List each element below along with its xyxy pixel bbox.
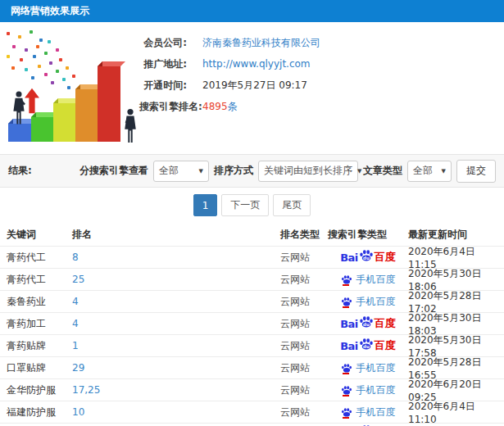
engine-cell: Bai du 百度 xyxy=(328,250,408,265)
keyword-cell: 金华防护服 xyxy=(7,383,72,397)
page-1-button[interactable]: 1 xyxy=(193,194,218,216)
mobile-baidu-logo: 手机百度 xyxy=(341,295,396,309)
table-header-row: 关键词 排名 排名类型 搜索引擎类型 最新更新时间 xyxy=(0,223,504,246)
baidu-paw-icon xyxy=(341,408,352,417)
engine-select[interactable]: 全部 ▼ xyxy=(153,161,209,182)
rank-link[interactable]: 10 xyxy=(72,406,280,418)
header-rank-type: 排名类型 xyxy=(280,228,328,242)
baidu-logo: Bai du 百度 xyxy=(340,250,396,265)
bar-chart-illustration xyxy=(0,25,139,150)
filter-controls: 分搜索引擎查看 全部 ▼ 排序方式 关键词由短到长排序 ▼ 文章类型 全部 ▼ … xyxy=(79,160,496,183)
baidu-logo: Bai du 百度 xyxy=(340,316,396,331)
submit-button[interactable]: 提交 xyxy=(456,160,496,183)
rank-link[interactable]: 4 xyxy=(72,318,280,329)
chart-bar-yellow xyxy=(53,103,75,142)
header-updated: 最新更新时间 xyxy=(408,228,497,242)
rank-link[interactable]: 25 xyxy=(72,274,280,285)
rank-type-cell: 云网站 xyxy=(280,295,328,309)
engine-select-value: 全部 xyxy=(159,164,179,178)
info-row-open-time: 开通时间: 2019年5月27日 09:17 xyxy=(139,75,504,96)
rank-type-cell: 云网站 xyxy=(280,317,328,331)
engine-cell: 手机百度 xyxy=(328,383,408,397)
rank-type-cell: 云网站 xyxy=(280,251,328,265)
table-row: 福建防护服10云网站 手机百度2020年6月4日 11:10 xyxy=(0,401,504,423)
baidu-paw-icon xyxy=(341,364,352,373)
keyword-cell: 膏药贴牌 xyxy=(7,339,72,353)
businessman-figure-right xyxy=(123,107,138,147)
article-type-select[interactable]: 全部 ▼ xyxy=(407,161,452,182)
result-label: 结果: xyxy=(8,164,32,178)
chevron-down-icon: ▼ xyxy=(199,168,203,174)
company-name-link[interactable]: 济南秦鲁药业科技有限公司 xyxy=(202,36,320,50)
mobile-baidu-logo: 手机百度 xyxy=(341,406,396,419)
confetti-decoration xyxy=(7,32,10,35)
sort-filter-label: 排序方式 xyxy=(214,164,253,178)
table-row: 口罩贴牌29云网站 手机百度2020年5月28日 16:55 xyxy=(0,356,504,378)
results-table: 关键词 排名 排名类型 搜索引擎类型 最新更新时间 膏药代工8云网站Bai du… xyxy=(0,223,504,426)
rank-type-cell: 云网站 xyxy=(280,361,328,375)
rank-type-cell: 云网站 xyxy=(280,406,328,419)
engine-cell: Bai du 百度 xyxy=(328,316,408,331)
baidu-paw-icon xyxy=(341,386,352,395)
chevron-down-icon: ▼ xyxy=(442,168,446,174)
mobile-baidu-logo: 手机百度 xyxy=(341,273,396,287)
page-title: 网络营销效果展示 xyxy=(11,5,89,16)
engine-cell: 手机百度 xyxy=(328,406,408,419)
baidu-paw-icon: du xyxy=(359,338,374,350)
table-row: 膏药贴牌1云网站Bai du 百度2020年5月30日 17:58 xyxy=(0,334,504,356)
keyword-cell: 膏药代工 xyxy=(7,273,72,287)
rank-link[interactable]: 1 xyxy=(72,340,280,351)
table-row: 膏药代工8云网站Bai du 百度2020年6月4日 11:15 xyxy=(0,246,504,268)
baidu-logo: Bai du 百度 xyxy=(340,338,396,353)
info-row-company: 会员公司: 济南秦鲁药业科技有限公司 xyxy=(139,32,504,53)
mobile-baidu-logo: 手机百度 xyxy=(341,361,396,375)
rank-link[interactable]: 8 xyxy=(72,252,280,263)
keyword-cell: 膏药加工 xyxy=(7,317,72,331)
company-info: 会员公司: 济南秦鲁药业科技有限公司 推广地址: http://www.qlyy… xyxy=(139,22,504,154)
table-row: 膏药加工4云网站Bai du 百度2020年5月30日 18:03 xyxy=(0,312,504,334)
info-row-rank-count: 搜索引擎排名: 4895条 xyxy=(139,96,504,117)
table-row: 金华防护服17,25云网站 手机百度2020年6月20日 09:25 xyxy=(0,378,504,401)
updated-cell: 2020年6月4日 11:10 xyxy=(408,400,497,425)
rank-type-cell: 云网站 xyxy=(280,383,328,397)
engine-cell: 手机百度 xyxy=(328,273,408,287)
svg-text:du: du xyxy=(363,322,370,327)
next-page-button[interactable]: 下一页 xyxy=(221,194,269,216)
chart-bar-red xyxy=(98,66,120,142)
table-row: 膏药代工25云网站 手机百度2020年5月30日 18:06 xyxy=(0,268,504,290)
rank-link[interactable]: 17,25 xyxy=(72,384,280,396)
info-row-url: 推广地址: http://www.qlyyjt.com xyxy=(139,53,504,75)
title-bar: 网络营销效果展示 xyxy=(0,0,504,22)
engine-cell: 手机百度 xyxy=(328,361,408,375)
rank-link[interactable]: 29 xyxy=(72,362,280,374)
baidu-paw-icon xyxy=(341,297,352,306)
keyword-cell: 秦鲁药业 xyxy=(7,295,72,309)
up-arrow-icon xyxy=(25,88,39,114)
rank-type-cell: 云网站 xyxy=(280,339,328,353)
pagination: 1 下一页 尾页 xyxy=(0,188,504,223)
rank-link[interactable]: 4 xyxy=(72,296,280,307)
businessman-figure-left xyxy=(11,91,26,127)
header-rank: 排名 xyxy=(72,228,280,242)
rank-type-cell: 云网站 xyxy=(280,273,328,287)
summary-section: 会员公司: 济南秦鲁药业科技有限公司 推广地址: http://www.qlyy… xyxy=(0,22,504,154)
keyword-cell: 膏药代工 xyxy=(7,251,72,265)
engine-cell: Bai du 百度 xyxy=(328,338,408,353)
sort-select[interactable]: 关键词由短到长排序 ▼ xyxy=(258,161,358,182)
filter-bar: 结果: 分搜索引擎查看 全部 ▼ 排序方式 关键词由短到长排序 ▼ 文章类型 全… xyxy=(0,154,504,188)
table-body: 膏药代工8云网站Bai du 百度2020年6月4日 11:15膏药代工25云网… xyxy=(0,246,504,426)
rank-count-value: 4895条 xyxy=(202,100,238,114)
keyword-cell: 口罩贴牌 xyxy=(7,361,72,375)
keyword-cell: 福建防护服 xyxy=(7,406,72,419)
baidu-paw-icon xyxy=(341,275,352,284)
table-row: 秦鲁药业4云网站 手机百度2020年5月28日 17:02 xyxy=(0,290,504,312)
chart-bar-orange xyxy=(75,89,98,142)
open-time-value: 2019年5月27日 09:17 xyxy=(202,79,307,93)
mobile-baidu-logo: 手机百度 xyxy=(341,383,396,397)
last-page-button[interactable]: 尾页 xyxy=(273,194,311,216)
header-engine-type: 搜索引擎类型 xyxy=(328,228,408,242)
engine-filter-label: 分搜索引擎查看 xyxy=(79,164,148,178)
article-type-label: 文章类型 xyxy=(363,164,402,178)
baidu-paw-icon: du xyxy=(359,250,374,261)
promo-url-link[interactable]: http://www.qlyyjt.com xyxy=(202,58,311,70)
